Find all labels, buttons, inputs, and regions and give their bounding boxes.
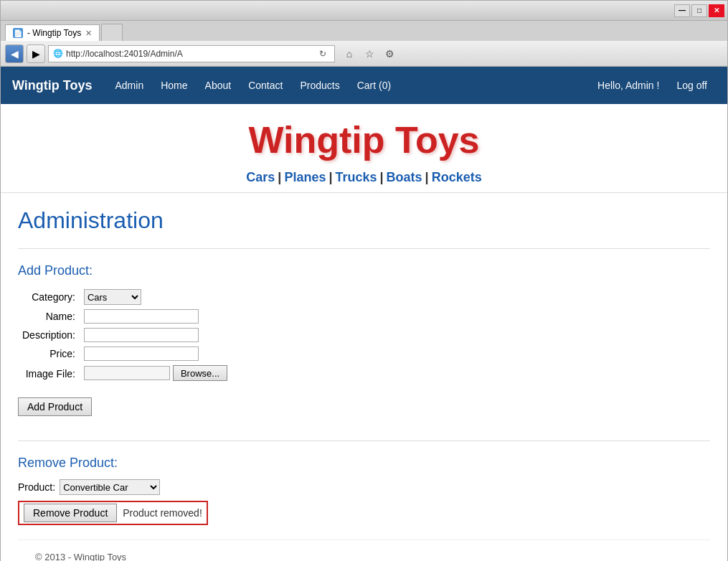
hero-section: Wingtip Toys Cars | Planes | Trucks | Bo…: [1, 104, 727, 193]
divider: [18, 248, 710, 249]
sep-3: |: [380, 170, 384, 185]
hello-text: Hello, Admin !: [597, 80, 659, 91]
nav-products[interactable]: Products: [291, 67, 348, 104]
file-input-area: Browse...: [84, 365, 227, 381]
minimize-button[interactable]: —: [674, 4, 690, 17]
cat-trucks[interactable]: Trucks: [335, 170, 377, 185]
browser-tab[interactable]: 📄 - Wingtip Toys ✕: [5, 24, 100, 41]
cat-cars[interactable]: Cars: [246, 170, 275, 185]
tab-close-button[interactable]: ✕: [85, 29, 92, 38]
tab-title: - Wingtip Toys: [27, 28, 81, 38]
price-input[interactable]: [84, 346, 199, 361]
remove-product-section: Remove Product: Product: Convertible Car…: [18, 456, 710, 525]
remove-product-button[interactable]: Remove Product: [24, 504, 117, 522]
page-title: Administration: [18, 207, 710, 234]
price-label: Price:: [18, 344, 80, 363]
removed-message: Product removed!: [123, 507, 202, 519]
remove-area: Remove Product Product removed!: [18, 501, 208, 525]
file-display: [84, 366, 170, 380]
maximize-button[interactable]: □: [691, 4, 707, 17]
sep-2: |: [328, 170, 332, 185]
nav-about[interactable]: About: [197, 67, 240, 104]
nav-cart[interactable]: Cart (0): [349, 67, 400, 104]
name-row: Name:: [18, 307, 232, 326]
description-input[interactable]: [84, 328, 199, 342]
imagefile-label: Image File:: [18, 363, 80, 385]
price-row: Price:: [18, 344, 232, 363]
nav-contact[interactable]: Contact: [240, 67, 291, 104]
forward-button[interactable]: ▶: [27, 44, 45, 63]
url-text: http://localhost:24019/Admin/A: [66, 49, 313, 59]
refresh-button[interactable]: ↻: [316, 47, 330, 61]
description-row: Description:: [18, 326, 232, 344]
nav-right: Hello, Admin ! Log off: [597, 67, 716, 104]
add-section-title: Add Product:: [18, 263, 710, 278]
remove-section-title: Remove Product:: [18, 456, 710, 471]
divider-2: [18, 440, 710, 441]
nav-links: Admin Home About Contact Products Cart (…: [107, 67, 598, 104]
cat-boats[interactable]: Boats: [387, 170, 422, 185]
back-button[interactable]: ◀: [5, 44, 24, 63]
footer-text: © 2013 - Wingtip Toys: [35, 552, 126, 561]
description-label: Description:: [18, 326, 80, 344]
product-select-row: Product: Convertible Car Sports Car Rock…: [18, 479, 710, 495]
admin-section: Administration Add Product: Category: Ca…: [1, 193, 727, 561]
product-label: Product:: [18, 481, 55, 493]
name-label: Name:: [18, 307, 80, 326]
tab-favicon: 📄: [13, 28, 23, 38]
site-content: Wingtip Toys Admin Home About Contact Pr…: [1, 67, 727, 561]
name-input[interactable]: [84, 309, 199, 324]
add-product-section: Add Product: Category: Cars Planes Truck…: [18, 263, 710, 433]
add-product-button[interactable]: Add Product: [18, 397, 92, 416]
sep-4: |: [425, 170, 429, 185]
site-nav: Wingtip Toys Admin Home About Contact Pr…: [1, 67, 727, 104]
browser-toolbar: ◀ ▶ 🌐 http://localhost:24019/Admin/A ↻ ⌂…: [1, 41, 727, 67]
new-tab-button[interactable]: [101, 24, 123, 41]
cat-rockets[interactable]: Rockets: [432, 170, 482, 185]
product-select[interactable]: Convertible Car Sports Car Rocket: [60, 479, 160, 495]
toolbar-icons: ⌂ ☆ ⚙: [341, 45, 398, 62]
browse-button[interactable]: Browse...: [173, 365, 227, 381]
browser-titlebar: — □ ✕: [1, 1, 727, 21]
footer: © 2013 - Wingtip Toys: [18, 539, 710, 561]
add-product-form: Category: Cars Planes Trucks Boats Rocke…: [18, 287, 232, 385]
favorites-button[interactable]: ☆: [361, 45, 378, 62]
settings-button[interactable]: ⚙: [381, 45, 398, 62]
site-brand: Wingtip Toys: [12, 78, 93, 93]
category-row: Category: Cars Planes Trucks Boats Rocke…: [18, 287, 232, 307]
cat-planes[interactable]: Planes: [284, 170, 326, 185]
sep-1: |: [278, 170, 281, 185]
category-label: Category:: [18, 287, 80, 307]
nav-home[interactable]: Home: [152, 67, 196, 104]
browser-window: — □ ✕ 📄 - Wingtip Toys ✕ ◀ ▶ 🌐 http://lo…: [0, 0, 728, 561]
home-button[interactable]: ⌂: [341, 45, 358, 62]
logoff-link[interactable]: Log off: [668, 67, 716, 104]
tab-bar: 📄 - Wingtip Toys ✕: [1, 21, 727, 41]
nav-admin[interactable]: Admin: [107, 67, 153, 104]
imagefile-row: Image File: Browse...: [18, 363, 232, 385]
close-button[interactable]: ✕: [709, 4, 724, 17]
hero-title: Wingtip Toys: [1, 118, 727, 161]
category-links: Cars | Planes | Trucks | Boats | Rockets: [1, 170, 727, 185]
category-select[interactable]: Cars Planes Trucks Boats Rockets: [84, 289, 141, 305]
address-bar[interactable]: 🌐 http://localhost:24019/Admin/A ↻: [48, 45, 335, 62]
